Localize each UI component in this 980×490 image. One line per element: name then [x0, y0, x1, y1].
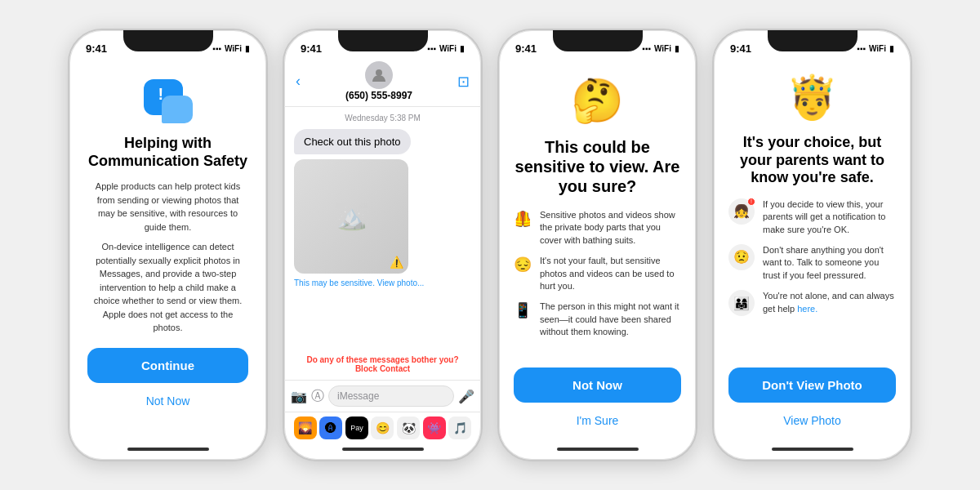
animoji-icon[interactable]: 🐼	[397, 416, 420, 439]
parent-item-0: 👧 ! If you decide to view this, your par…	[728, 198, 896, 236]
music-icon[interactable]: 🎵	[448, 416, 471, 439]
blurred-photo-icon: 🏔️	[336, 203, 367, 231]
warning-text-1: It's not your fault, but sensitive photo…	[540, 255, 681, 292]
notch-1	[123, 30, 213, 51]
phone4-content: 🤴 It's your choice, but your parents wan…	[714, 60, 911, 443]
bother-notice: Do any of these messages bother you? Blo…	[294, 355, 471, 373]
time-4: 9:41	[730, 42, 751, 55]
status-icons-2: ▪▪▪ WiFi ▮	[427, 44, 465, 53]
emoji-icon[interactable]: 😊	[371, 416, 394, 439]
parent-item-1: 😟 Don't share anything you don't want to…	[728, 244, 896, 282]
contact-avatar	[365, 61, 393, 89]
time-1: 9:41	[86, 42, 107, 55]
warning-text-2: The person in this might not want it see…	[540, 301, 681, 338]
wifi-icon-3: WiFi	[654, 44, 671, 53]
bubble-blue-small	[162, 96, 193, 123]
im-sure-button[interactable]: I'm Sure	[577, 411, 619, 430]
battery-icon-2: ▮	[460, 44, 465, 53]
contact-name: (650) 555-8997	[345, 90, 412, 101]
home-indicator-4	[772, 448, 853, 451]
communication-safety-icon: !	[144, 79, 193, 123]
home-bar-3	[499, 443, 696, 460]
parent-emoji-glyph-1: 😟	[733, 249, 750, 265]
parent-icon-2: 👨‍👩‍👧	[728, 290, 755, 316]
message-bubble: Check out this photo	[294, 129, 411, 154]
help-link[interactable]: here.	[797, 304, 817, 314]
apps-icon[interactable]: Ⓐ	[311, 388, 324, 405]
message-input[interactable]: iMessage	[328, 385, 454, 407]
wifi-icon-2: WiFi	[439, 44, 457, 53]
phone4-title: It's your choice, but your parents want …	[728, 134, 896, 187]
phone4-buttons: Don't View Photo View Photo	[728, 368, 896, 430]
parent-text-0: If you decide to view this, your parents…	[763, 198, 896, 236]
battery-icon-3: ▮	[675, 44, 679, 53]
warning-list: 🦺 Sensitive photos and videos show the p…	[514, 209, 681, 347]
continue-button[interactable]: Continue	[87, 348, 248, 383]
contact-info: (650) 555-8997	[345, 61, 412, 101]
phone-2: 9:41 ▪▪▪ WiFi ▮ ‹ (650) 555-8997 ⊡ W	[283, 29, 483, 461]
memoji-icon[interactable]: 👾	[423, 416, 446, 439]
time-3: 9:41	[515, 42, 537, 55]
warning-icon-2: 📱	[514, 301, 532, 319]
messages-header: ‹ (650) 555-8997 ⊡	[284, 60, 481, 107]
parent-text-2: You're not alone, and can always get hel…	[763, 290, 896, 315]
bother-text: Do any of these messages bother you?	[306, 355, 458, 364]
mic-icon[interactable]: 🎤	[458, 389, 474, 404]
time-2: 9:41	[301, 42, 322, 55]
camera-icon[interactable]: 📷	[291, 389, 307, 404]
photos-app-icon[interactable]: 🌄	[294, 416, 317, 439]
apps-bar: 🌄 🅐 Pay 😊 🐼 👾 🎵	[284, 412, 481, 443]
phone-4: 9:41 ▪▪▪ WiFi ▮ 🤴 It's your choice, but …	[712, 29, 912, 461]
phones-container: 9:41 ▪▪▪ WiFi ▮ ! Helping with Communica…	[51, 12, 929, 478]
signal-icon-3: ▪▪▪	[642, 44, 651, 53]
video-call-button[interactable]: ⊡	[457, 73, 470, 91]
parent-icon-0: 👧 !	[728, 198, 755, 225]
exclaim-icon: !	[158, 85, 164, 104]
warning-text-0: Sensitive photos and videos show the pri…	[540, 209, 681, 247]
phone-3: 9:41 ▪▪▪ WiFi ▮ 🤔 This could be sensitiv…	[497, 29, 697, 461]
signal-icon: ▪▪▪	[212, 44, 221, 53]
wifi-icon: WiFi	[225, 44, 242, 53]
crown-emoji: 🤴	[786, 73, 839, 122]
status-icons-3: ▪▪▪ WiFi ▮	[642, 44, 679, 53]
thinking-emoji: 🤔	[571, 76, 624, 126]
status-icons-1: ▪▪▪ WiFi ▮	[212, 44, 250, 53]
home-indicator-2	[342, 448, 424, 451]
not-now-button-1[interactable]: Not Now	[146, 391, 190, 411]
notification-badge: !	[747, 198, 755, 206]
warning-icon-0: 🦺	[514, 210, 532, 228]
phone3-buttons: Not Now I'm Sure	[514, 368, 681, 430]
back-button[interactable]: ‹	[296, 73, 301, 90]
svg-point-0	[376, 69, 382, 76]
home-bar-4	[714, 443, 911, 460]
phone1-title: Helping with Communication Safety	[87, 135, 248, 170]
warning-triangle-icon: ⚠️	[390, 256, 403, 269]
appstore-icon[interactable]: 🅐	[319, 416, 342, 439]
wifi-icon-4: WiFi	[869, 44, 886, 53]
home-indicator-1	[127, 448, 209, 451]
block-contact-link[interactable]: Block Contact	[355, 364, 410, 373]
dont-view-photo-button[interactable]: Don't View Photo	[728, 368, 896, 403]
parent-emoji-glyph-0: 👧	[733, 203, 750, 219]
parent-list: 👧 ! If you decide to view this, your par…	[728, 198, 896, 324]
phone1-body1: Apple products can help protect kids fro…	[87, 180, 248, 234]
photo-placeholder: 🏔️ ⚠️	[294, 159, 408, 274]
signal-icon-2: ▪▪▪	[427, 44, 436, 53]
message-input-bar: 📷 Ⓐ iMessage 🎤	[284, 380, 481, 412]
view-photo-button[interactable]: View Photo	[783, 411, 841, 430]
parent-emoji-glyph-2: 👨‍👩‍👧	[733, 296, 750, 311]
view-photo-link[interactable]: View photo...	[377, 278, 425, 287]
applepay-icon[interactable]: Pay	[345, 416, 368, 439]
parent-item-2: 👨‍👩‍👧 You're not alone, and can always g…	[728, 290, 896, 316]
sensitive-text: This may be sensitive.	[294, 278, 375, 287]
parent-text-1: Don't share anything you don't want to. …	[763, 244, 896, 282]
warning-item-1: 😔 It's not your fault, but sensitive pho…	[514, 255, 681, 292]
phone1-content: ! Helping with Communication Safety Appl…	[69, 60, 266, 443]
battery-icon-4: ▮	[889, 44, 894, 53]
not-now-button-3[interactable]: Not Now	[514, 368, 681, 403]
phone3-title: This could be sensitive to view. Are you…	[514, 137, 681, 196]
messages-body: Wednesday 5:38 PM Check out this photo 🏔…	[284, 107, 481, 380]
home-bar-2	[284, 443, 481, 460]
warning-icon-1: 😔	[514, 256, 532, 274]
home-indicator-3	[557, 448, 639, 451]
